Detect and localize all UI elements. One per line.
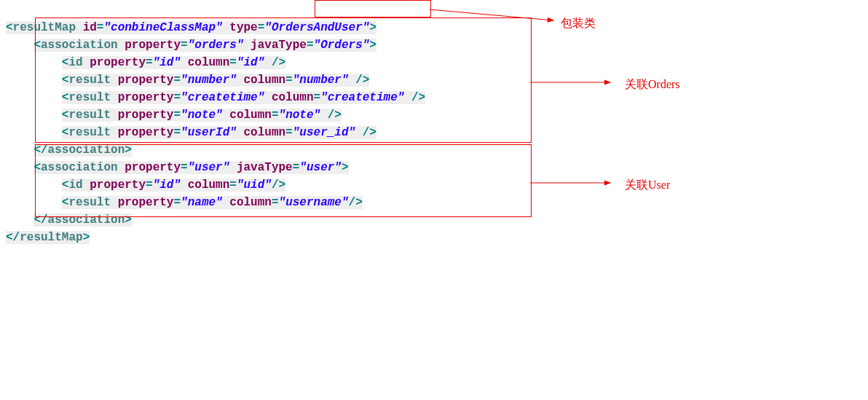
tag-result: result — [68, 91, 111, 104]
tag-resultmap: resultMap — [13, 21, 76, 34]
label-assoc-orders: 关联Orders — [625, 76, 680, 93]
val: id — [159, 179, 173, 192]
val: username — [285, 196, 342, 209]
attr-column: column — [188, 179, 230, 192]
gt: > — [369, 21, 376, 34]
eq: = — [173, 74, 181, 87]
eq: = — [146, 179, 153, 192]
val: note — [188, 109, 216, 122]
gt: > — [342, 161, 349, 174]
eq2: = — [258, 21, 265, 34]
close-resultmap: resultMap — [20, 231, 82, 244]
gt: > — [369, 39, 376, 52]
attr-id: id — [83, 21, 97, 34]
svg-line-0 — [430, 9, 553, 20]
eq: = — [181, 39, 188, 52]
tag-result: result — [68, 196, 111, 209]
eq: = — [173, 109, 181, 122]
tag-result: result — [68, 109, 111, 122]
tag-assoc: association — [41, 39, 118, 52]
label-assoc-user: 关联User — [625, 176, 670, 194]
attr-column: column — [272, 91, 314, 104]
tag-id: id — [68, 179, 82, 192]
attr-property: property — [118, 109, 174, 122]
eq: = — [97, 21, 104, 34]
lt: < — [33, 39, 41, 52]
arrow-orders — [530, 79, 618, 86]
val-jt: Orders — [320, 39, 363, 52]
eq: = — [173, 126, 181, 139]
lt: < — [62, 109, 69, 122]
val-type: OrdersAndUser — [272, 21, 363, 34]
lt: < — [62, 74, 69, 87]
attr-column: column — [229, 196, 272, 209]
eq: = — [307, 39, 314, 52]
eq: = — [229, 179, 237, 192]
lt: < — [62, 126, 69, 139]
attr-property: property — [118, 74, 174, 87]
tag-result: result — [68, 74, 111, 87]
tag-result: result — [68, 126, 111, 139]
attr-type: type — [229, 21, 257, 34]
val: note — [285, 109, 313, 122]
arrow-user — [530, 179, 618, 187]
label-wrapper-class: 包装类 — [561, 15, 596, 32]
tag-id: id — [68, 56, 82, 69]
attr-column: column — [244, 74, 286, 87]
attr-property: property — [118, 126, 174, 139]
attr-javatype: javaType — [237, 161, 293, 174]
val: number — [299, 74, 342, 87]
eq: = — [173, 91, 181, 104]
attr-javatype: javaType — [250, 39, 307, 52]
attr-property: property — [125, 39, 181, 52]
lt: < — [6, 21, 13, 34]
eq: = — [146, 56, 153, 69]
eq: = — [272, 109, 279, 122]
attr-property: property — [125, 161, 181, 174]
attr-property: property — [90, 179, 146, 192]
eq: = — [229, 56, 237, 69]
eq: = — [293, 161, 300, 174]
lt: < — [33, 161, 41, 174]
attr-property: property — [118, 91, 174, 104]
val: id — [159, 56, 173, 69]
val: userId — [188, 126, 230, 139]
val: createtime — [188, 91, 258, 104]
val: user_id — [299, 126, 348, 139]
eq: = — [314, 91, 321, 104]
lt: < — [62, 196, 69, 209]
resultmap-code: <resultMap id="conbineClassMap" type="Or… — [0, 0, 868, 400]
lt: < — [62, 56, 69, 69]
eq: = — [285, 126, 293, 139]
val: user — [194, 161, 222, 174]
attr-property: property — [118, 196, 174, 209]
attr-column: column — [229, 109, 272, 122]
attr-property: property — [90, 56, 146, 69]
close-assoc: association — [48, 213, 125, 227]
arrow-wrapper — [430, 7, 561, 22]
attr-column: column — [188, 56, 230, 69]
lt: < — [62, 91, 69, 104]
lt: < — [62, 179, 69, 192]
val: number — [188, 74, 230, 87]
attr-column: column — [244, 126, 286, 139]
eq: = — [272, 196, 279, 209]
eq: = — [181, 161, 188, 174]
tag-assoc: association — [41, 161, 118, 174]
val: user — [307, 161, 334, 174]
val: createtime — [328, 91, 398, 104]
close-assoc: association — [48, 144, 125, 157]
val: name — [188, 196, 216, 209]
eq: = — [285, 74, 293, 87]
eq: = — [173, 196, 181, 209]
val: id — [244, 56, 258, 69]
val-id: conbineClassMap — [111, 21, 216, 34]
redbox-type — [315, 0, 431, 17]
val-prop: orders — [194, 39, 237, 52]
val: uid — [244, 179, 265, 192]
